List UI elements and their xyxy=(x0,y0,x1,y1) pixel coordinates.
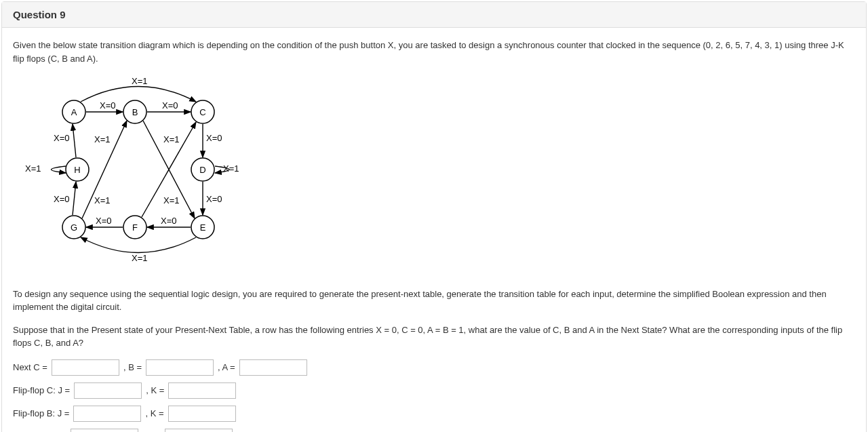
node-F: F xyxy=(132,222,138,233)
input-ffa-j[interactable] xyxy=(71,429,138,433)
input-next-a[interactable] xyxy=(239,359,307,376)
edge-bottom-arc-label: X=1 xyxy=(132,253,148,263)
edge-diag4-label: X=1 xyxy=(163,195,180,205)
intro-text: Given the below state transition diagram… xyxy=(13,39,855,65)
design-note: To design any sequence using the sequent… xyxy=(13,288,855,314)
label-ffb-j: Flip-flop B: J = xyxy=(13,407,69,420)
input-next-c[interactable] xyxy=(52,359,119,376)
edge-B-C-label: X=0 xyxy=(162,100,178,111)
label-next-c: Next C = xyxy=(13,361,47,374)
node-G: G xyxy=(71,222,77,233)
edge-C-D-label: X=0 xyxy=(206,133,222,143)
row-next-state: Next C = , B = , A = xyxy=(13,359,855,376)
edge-diag3-label: X=1 xyxy=(94,195,111,205)
node-E: E xyxy=(200,222,206,233)
input-ffc-j[interactable] xyxy=(74,382,142,399)
state-diagram: A B C D E F G H xyxy=(13,75,855,275)
label-next-b: , B = xyxy=(123,361,142,374)
label-next-a: , A = xyxy=(218,361,235,374)
edge-diag2-label: X=1 xyxy=(163,134,180,144)
svg-line-15 xyxy=(73,124,76,157)
edge-H-A-label: X=0 xyxy=(54,133,70,143)
edge-right-arc-label: X=1 xyxy=(223,163,239,174)
node-H: H xyxy=(74,165,80,175)
node-D: D xyxy=(199,165,205,175)
edge-top-arc-label: X=1 xyxy=(132,76,148,86)
label-ffc-k: , K = xyxy=(146,384,164,397)
edge-left-arc-label: X=1 xyxy=(25,163,41,174)
edge-E-F-label: X=0 xyxy=(161,216,177,226)
input-ffa-k[interactable] xyxy=(165,429,233,433)
node-B: B xyxy=(132,107,138,117)
label-ffb-k: , K = xyxy=(145,407,163,420)
edge-D-E-label: X=0 xyxy=(206,194,222,204)
question-container: Question 9 Given the below state transit… xyxy=(1,1,867,432)
node-C: C xyxy=(199,107,205,117)
input-ffb-j[interactable] xyxy=(73,406,141,422)
suppose-text: Suppose that in the Present state of you… xyxy=(13,323,855,350)
svg-line-14 xyxy=(73,182,76,215)
edge-diag1-label: X=1 xyxy=(94,134,111,144)
question-header: Question 9 xyxy=(2,2,866,28)
input-ffc-k[interactable] xyxy=(168,382,236,399)
node-A: A xyxy=(71,107,77,117)
question-title: Question 9 xyxy=(13,9,66,20)
edge-F-G-label: X=0 xyxy=(96,216,112,226)
question-body: Given the below state transition diagram… xyxy=(2,28,866,432)
row-ff-c: Flip-flop C: J = , K = xyxy=(13,382,855,399)
input-next-b[interactable] xyxy=(146,359,214,376)
row-ff-a: Flip-flop A: J= , K = xyxy=(13,429,855,433)
edge-A-B-label: X=0 xyxy=(100,100,116,111)
edge-G-H-label: X=0 xyxy=(54,194,70,204)
label-ffc-j: Flip-flop C: J = xyxy=(13,384,70,397)
row-ff-b: Flip-flop B: J = , K = xyxy=(13,406,855,422)
input-ffb-k[interactable] xyxy=(168,406,236,422)
